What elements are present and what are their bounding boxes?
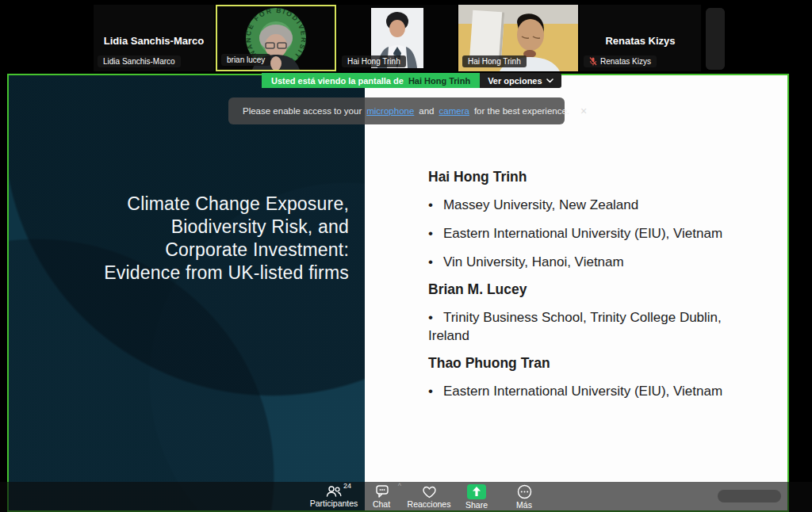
more-button[interactable]: Más [500, 481, 548, 512]
share-icon [467, 484, 486, 499]
more-icon [517, 484, 532, 499]
share-button[interactable]: Share [453, 481, 500, 512]
viewing-screen-label: Usted está viendo la pantalla de Hai Hon… [262, 73, 480, 88]
notification-text: for the best experience. [474, 106, 569, 116]
participant-name-tag: Hai Hong Trinh [462, 55, 527, 67]
participant-center-name: Lidia Sanchis-Marco [94, 35, 214, 47]
chevron-down-icon [546, 78, 553, 83]
participant-tile-hai-portrait[interactable]: Hai Hong Trinh [338, 5, 457, 71]
screen-share-banner: Usted está viendo la pantalla de Hai Hon… [262, 73, 561, 88]
participant-tile-lidia[interactable]: Lidia Sanchis-Marco Lidia Sanchis-Marco [94, 5, 214, 71]
reactions-button[interactable]: Reacciones [405, 481, 453, 512]
blurred-control[interactable] [718, 490, 781, 502]
zoom-meeting-window: Lidia Sanchis-Marco Lidia Sanchis-Marco … [0, 0, 812, 512]
author-affiliation: •Trinity Business School, Trinity Colleg… [428, 308, 731, 345]
author-name: Thao Phuong Tran [428, 355, 731, 372]
chat-chevron[interactable]: ^ [398, 482, 401, 490]
presenter-name: Hai Hong Trinh [408, 76, 470, 86]
author-affiliation: •Vin University, Hanoi, Vietnam [428, 253, 731, 271]
participant-center-name: Renatas Kizys [580, 35, 701, 47]
author-affiliation: •Eastern International University (EIU),… [428, 224, 731, 243]
camera-link[interactable]: camera [439, 106, 469, 116]
participant-tile-hai-camera[interactable]: Hai Hong Trinh [458, 5, 578, 71]
author-affiliation: •Massey University, New Zealand [428, 196, 731, 214]
participants-count-badge: 24 [343, 482, 351, 490]
participant-tile-brian-lucey[interactable]: BIODIVERSITY AND FINANCE FORUM brian luc… [216, 5, 336, 71]
permissions-notification: Please enable access to your microphone … [228, 97, 565, 124]
heart-icon [422, 485, 437, 499]
slide-authors: Hai Hong Trinh •Massey University, New Z… [428, 161, 731, 411]
microphone-link[interactable]: microphone [366, 106, 414, 116]
author-name: Hai Hong Trinh [428, 169, 731, 185]
participants-icon [326, 485, 342, 498]
participant-name-tag: Lidia Sanchis-Marco [98, 55, 181, 67]
participants-button[interactable]: 24 Participantes [310, 481, 358, 512]
author-name: Brian M. Lucey [428, 281, 731, 298]
participant-name-tag: Renatas Kizys [584, 55, 657, 67]
slide-title-panel [9, 75, 365, 510]
close-icon[interactable]: × [574, 105, 587, 117]
chat-icon [373, 485, 389, 499]
participant-tile-renatas[interactable]: Renatas Kizys Renatas Kizys [580, 5, 701, 71]
slide-title: Climate Change Exposure, Biodiversity Ri… [67, 193, 349, 285]
muted-mic-icon [589, 57, 597, 66]
notification-text: Please enable access to your [243, 106, 362, 116]
participant-name-tag: brian lucey [221, 54, 270, 66]
view-options-button[interactable]: Ver opciones [480, 73, 561, 88]
meeting-toolbar: 24 Participantes ^ Chat Reacciones [310, 481, 548, 512]
notification-text: and [419, 106, 434, 116]
author-affiliation: •Eastern International University (EIU),… [428, 382, 731, 400]
chat-button[interactable]: ^ Chat [358, 481, 405, 512]
participant-name-tag: Hai Hong Trinh [342, 55, 406, 67]
